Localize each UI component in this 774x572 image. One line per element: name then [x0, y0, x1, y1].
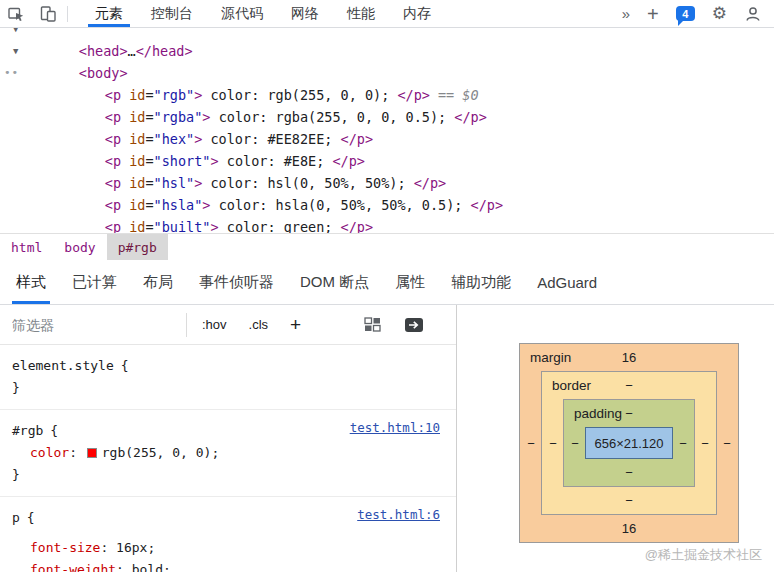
close-brace: } [12, 380, 20, 395]
style-rule-p: test.html:6 p{ font-size: 16px; font-wei… [0, 497, 456, 572]
rule-selector-line[interactable]: element.style{ [12, 355, 444, 377]
devtools-toolbar: 元素 控制台 源代码 网络 性能 内存 » + 4 ⚙ [0, 0, 774, 28]
breadcrumb: html body p#rgb [0, 233, 774, 260]
open-source-panel-button[interactable] [400, 313, 428, 337]
colon-token: : [100, 540, 116, 555]
box-model-margin[interactable]: margin 16 − border − − [519, 343, 739, 543]
padding-top-value[interactable]: − [625, 406, 633, 421]
padding-left-value[interactable]: − [566, 427, 584, 459]
margin-left-value[interactable]: − [522, 371, 540, 515]
border-label: border [552, 372, 591, 399]
property-name[interactable]: font-size [30, 540, 100, 555]
dom-node-body[interactable]: ▼<body> [0, 40, 774, 62]
dom-node-p-hsl[interactable]: <p id="hsl"> color: hsl(0, 50%, 50%); </… [0, 150, 774, 172]
margin-top-value[interactable]: 16 [622, 350, 636, 365]
rule-selector[interactable]: p [12, 510, 20, 525]
source-link[interactable]: test.html:10 [350, 420, 440, 435]
tab-properties[interactable]: 属性 [382, 260, 438, 304]
padding-right-value[interactable]: − [674, 427, 692, 459]
tab-console[interactable]: 控制台 [137, 0, 207, 27]
margin-right-value[interactable]: − [718, 371, 736, 515]
rule-close-line: } [12, 377, 444, 399]
rule-selector[interactable]: #rgb [12, 423, 43, 438]
source-link[interactable]: test.html:6 [357, 507, 440, 522]
open-panel-arrow-icon [404, 317, 424, 333]
box-model-pane: margin 16 − border − − [456, 305, 774, 572]
property-name[interactable]: font-weight [30, 562, 116, 572]
semicolon-token: ; [147, 540, 155, 555]
close-brace: } [12, 467, 20, 482]
style-declaration[interactable]: font-weight: bold; [12, 559, 444, 572]
tab-network[interactable]: 网络 [277, 0, 333, 27]
rendering-grid-button[interactable] [358, 313, 386, 337]
watermark-text: @稀土掘金技术社区 [645, 546, 762, 564]
tab-sources[interactable]: 源代码 [207, 0, 277, 27]
box-model-content[interactable]: 656×21.120 [585, 427, 673, 459]
property-name[interactable]: color [30, 445, 69, 460]
dom-node-p-hsla[interactable]: <p id="hsla"> color: hsla(0, 50%, 50%, 0… [0, 172, 774, 194]
padding-top-row: padding − [564, 400, 694, 427]
box-model: margin 16 − border − − [519, 343, 739, 543]
margin-label: margin [530, 344, 571, 371]
style-declaration[interactable]: font-size: 16px; [12, 537, 444, 559]
border-top-value[interactable]: − [625, 378, 633, 393]
border-left-value[interactable]: − [544, 399, 562, 487]
box-model-padding[interactable]: padding − − 656×21.120 − − [563, 399, 695, 487]
box-model-border[interactable]: border − − padding − − [541, 371, 717, 515]
inspect-element-button[interactable] [0, 0, 32, 28]
toolbar-divider [67, 6, 68, 22]
breadcrumb-item-html[interactable]: html [0, 234, 53, 260]
open-brace: { [50, 423, 58, 438]
grid-icon [364, 317, 381, 332]
property-value[interactable]: 16px [116, 540, 147, 555]
tab-computed[interactable]: 已计算 [59, 260, 130, 304]
styles-filter-input[interactable] [0, 305, 182, 344]
property-value[interactable]: bold [132, 562, 163, 572]
tab-accessibility[interactable]: 辅助功能 [438, 260, 524, 304]
property-value[interactable]: rgb(255, 0, 0) [102, 445, 212, 460]
margin-top-row: margin 16 [520, 344, 738, 371]
open-brace: { [121, 358, 129, 373]
dom-tree: •• ▼<head>…</head> ▼<body> <p id="rgb"> … [0, 18, 774, 234]
style-declaration[interactable]: color: rgb(255, 0, 0); [12, 442, 444, 464]
panel-tab-bar: 元素 控制台 源代码 网络 性能 内存 [81, 0, 445, 27]
device-toolbar-icon [39, 5, 57, 23]
dom-node-p-rgb[interactable]: <p id="rgb"> color: rgb(255, 0, 0); </p>… [0, 62, 774, 84]
filter-bar-icons [358, 313, 456, 337]
border-bottom-value[interactable]: − [625, 493, 633, 508]
color-swatch[interactable] [87, 448, 97, 458]
breadcrumb-item-body[interactable]: body [53, 234, 106, 260]
dom-node-p-rgba[interactable]: <p id="rgba"> color: rgba(255, 0, 0, 0.5… [0, 84, 774, 106]
device-toolbar-button[interactable] [32, 0, 64, 28]
expand-arrow-icon[interactable]: ▼ [13, 40, 18, 62]
settings-gear-icon[interactable]: ⚙ [712, 5, 727, 22]
breadcrumb-item-p-rgb[interactable]: p#rgb [107, 234, 168, 260]
border-right-value[interactable]: − [696, 399, 714, 487]
tab-elements[interactable]: 元素 [81, 0, 137, 27]
padding-label: padding [574, 400, 622, 427]
inspect-cursor-icon [7, 5, 25, 23]
tab-memory[interactable]: 内存 [389, 0, 445, 27]
more-panels-chevron-icon[interactable]: » [622, 5, 630, 22]
dom-node-p-built[interactable]: <p id="built"> color: green; </p> [0, 194, 774, 216]
extension-badge[interactable]: 4 [676, 6, 695, 21]
tab-performance[interactable]: 性能 [333, 0, 389, 27]
dom-node-p-short[interactable]: <p id="short"> color: #E8E; </p> [0, 128, 774, 150]
tab-dom-breakpoints[interactable]: DOM 断点 [287, 260, 382, 304]
tab-styles[interactable]: 样式 [3, 260, 59, 304]
rule-selector[interactable]: element.style [12, 358, 114, 373]
toggle-element-state-button[interactable]: :hov [191, 312, 238, 337]
dom-node-p-hex[interactable]: <p id="hex"> color: #EE82EE; </p> [0, 106, 774, 128]
profile-person-icon[interactable] [744, 5, 762, 23]
element-classes-button[interactable]: .cls [238, 312, 280, 337]
new-style-rule-button[interactable]: + [279, 315, 312, 334]
margin-bottom-value[interactable]: 16 [622, 521, 636, 536]
sidebar-tab-bar: 样式 已计算 布局 事件侦听器 DOM 断点 属性 辅助功能 AdGuard [0, 260, 774, 305]
devtools-window: 元素 控制台 源代码 网络 性能 内存 » + 4 ⚙ •• ▼<head>…<… [0, 0, 774, 572]
tab-adguard[interactable]: AdGuard [524, 260, 610, 304]
add-panel-icon[interactable]: + [647, 4, 659, 24]
tab-layout[interactable]: 布局 [130, 260, 186, 304]
semicolon-token: ; [163, 562, 171, 572]
padding-bottom-value[interactable]: − [625, 465, 633, 480]
tab-event-listeners[interactable]: 事件侦听器 [186, 260, 287, 304]
